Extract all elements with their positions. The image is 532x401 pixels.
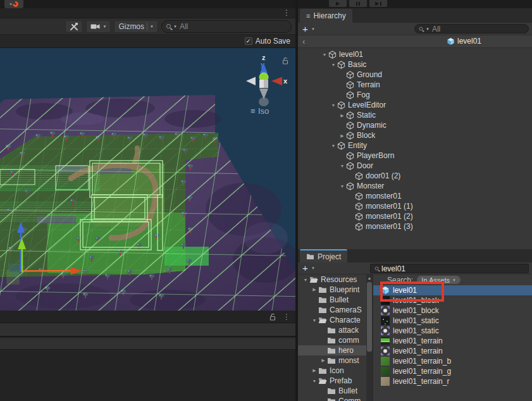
hierarchy-item[interactable]: monster01 (2) [298,211,532,221]
hierarchy-item[interactable]: ▼LevelEditor [298,100,532,110]
scene-viewport[interactable]: z y x ≡ Iso [0,48,295,311]
result-item-selected[interactable]: level01 [373,285,532,295]
folder-item[interactable]: CameraS [298,305,366,315]
foldout-closed-icon[interactable]: ▶ [338,113,346,118]
step-button[interactable]: ▶ [369,0,387,7]
folder-tree-scrollbar[interactable]: ▲ [366,275,373,401]
hierarchy-item[interactable]: ▶Block [298,130,532,140]
result-item[interactable]: level01_terrain_g [373,366,532,376]
folder-item[interactable]: Bullet [298,386,366,396]
folder-item-selected[interactable]: hero [298,345,366,355]
search-filter-caret-icon: ▼ [173,25,177,28]
hierarchy-item[interactable]: ▶Static [298,110,532,120]
folder-item[interactable]: ▼Prefab [298,376,366,386]
scene-camera-button[interactable]: ▼ [86,20,111,33]
create-button[interactable]: + [302,23,308,34]
hierarchy-item[interactable]: ▼Monster [298,181,532,191]
scroll-up-arrow[interactable]: ▲ [366,275,373,281]
gameobject-icon [346,111,354,120]
breadcrumb[interactable]: level01 [447,37,481,46]
hierarchy-item[interactable]: ▼Basic [298,59,532,70]
hierarchy-item[interactable]: monster01 (3) [298,221,532,231]
thumbnail-terrain-icon [381,336,390,345]
result-item[interactable]: level01_terrain_r [373,376,532,386]
result-item[interactable]: level01_block [373,305,532,316]
tab-hierarchy[interactable]: ≡ Hierarchy [300,9,352,23]
play-button[interactable]: ▶ [329,0,347,7]
foldout-open-icon[interactable]: ▼ [330,144,337,148]
tab-project[interactable]: Project [300,249,347,262]
folder-item[interactable]: comm [298,335,366,345]
asset-corners-icon [381,347,390,355]
pause-icon [356,2,357,6]
folder-label: attack [338,326,359,335]
gizmos-button[interactable]: Gizmos ▼ [114,20,158,33]
hierarchy-item[interactable]: ▼Door [298,161,532,171]
foldout-open-icon[interactable]: ▼ [330,103,337,108]
dropdown-caret-icon: ▼ [150,25,154,28]
foldout-open-icon[interactable]: ▼ [321,52,328,57]
folder-item[interactable]: ▼Resources [298,275,366,285]
hierarchy-item[interactable]: Ground [298,70,532,80]
folder-icon [306,253,314,260]
hierarchy-item[interactable]: Dynamic [298,120,532,130]
foldout-open-icon[interactable]: ▼ [302,278,309,282]
hierarchy-item[interactable]: monster01 (1) [298,201,532,211]
scene-tools-button[interactable] [65,20,83,33]
back-chevron-icon[interactable]: ‹ [302,37,305,46]
folder-item[interactable]: ▶Icon [298,366,366,376]
hierarchy-item[interactable]: ▼Entity [298,140,532,151]
create-button[interactable]: + [302,262,308,273]
search-scope-dropdown[interactable]: In Assets ▼ [417,276,461,284]
hierarchy-item[interactable]: monster01 [298,191,532,201]
hierarchy-item[interactable]: Terrain [298,80,532,90]
kebab-menu-icon[interactable]: ⋮ [283,313,290,321]
result-label: level01_terrain [393,336,443,345]
auto-save-checkbox[interactable]: ✓ [245,37,252,45]
hierarchy-item[interactable]: door01 (2) [298,171,532,181]
folder-item[interactable]: attack [298,325,366,335]
result-item[interactable]: level01_terrain [373,346,532,356]
hierarchy-search-input[interactable]: ▼ All [414,24,529,34]
projection-mode[interactable]: ≡ Iso [251,106,269,116]
gameobject-icon [346,132,354,140]
create-caret-icon[interactable]: ▼ [311,266,315,270]
result-item[interactable]: level01_static [373,316,532,326]
toolbar-plugin-button[interactable]: + [4,0,23,8]
gameobject-icon [346,152,354,160]
step-bar-icon [380,2,381,6]
foldout-open-icon[interactable]: ▼ [338,164,346,168]
bottom-panel-row[interactable] [0,338,295,350]
folder-item[interactable]: ▶Blueprint [298,285,366,295]
foldout-closed-icon[interactable]: ▶ [311,287,318,292]
bottom-panel-row[interactable] [0,323,295,337]
foldout-closed-icon[interactable]: ▶ [311,368,318,373]
hierarchy-tree: ▼level01 ▼Basic Ground Terrain Fog ▼Leve… [298,48,532,249]
scene-search-input[interactable]: ▼ All [161,20,292,33]
foldout-closed-icon[interactable]: ▶ [338,133,346,138]
dropdown-caret-icon: ▼ [452,278,456,282]
foldout-open-icon[interactable]: ▼ [311,379,318,383]
project-search-input[interactable]: level01 [370,264,529,273]
hierarchy-item[interactable]: Fog [298,90,532,100]
result-item[interactable]: level01_terrain_b [373,356,532,366]
folder-item[interactable]: ▼Characte [298,315,366,325]
result-item[interactable]: level01_block [373,295,532,305]
create-caret-icon[interactable]: ▼ [311,27,315,31]
hierarchy-item[interactable]: ▼level01 [298,49,532,59]
scene-toolbar: ▼ Gizmos ▼ ▼ All [0,18,295,35]
lock-open-icon[interactable] [269,313,276,321]
kebab-menu-icon[interactable]: ⋮ [283,9,290,16]
scrollbar-thumb[interactable] [367,282,372,352]
hierarchy-item[interactable]: PlayerBorn [298,151,532,161]
folder-item[interactable]: Comm [298,396,366,401]
result-item[interactable]: level01_terrain [373,336,532,346]
foldout-open-icon[interactable]: ▼ [338,184,346,188]
result-item[interactable]: level01_static [373,326,532,336]
foldout-open-icon[interactable]: ▼ [311,318,318,323]
pause-button[interactable] [349,0,367,7]
foldout-open-icon[interactable]: ▼ [330,63,337,67]
folder-item[interactable]: ▶monst [298,355,366,366]
folder-item[interactable]: Bullet [298,295,366,305]
foldout-closed-icon[interactable]: ▶ [319,358,327,363]
